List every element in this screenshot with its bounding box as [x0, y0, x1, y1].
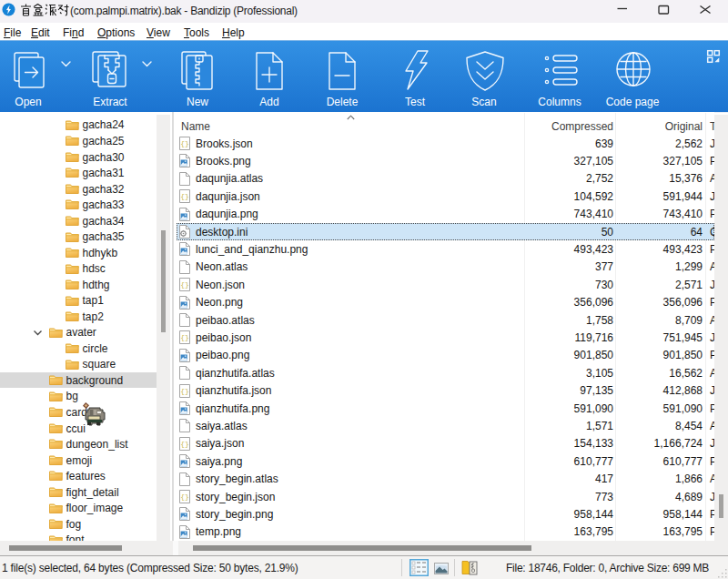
svg-text:{}: {}	[180, 440, 189, 448]
svg-text:{}: {}	[180, 280, 189, 289]
svg-text:{}: {}	[180, 192, 189, 200]
svg-text:{}: {}	[180, 333, 189, 341]
svg-text:{}: {}	[180, 387, 189, 395]
svg-text:{}: {}	[180, 493, 189, 501]
svg-text:{}: {}	[180, 139, 189, 147]
